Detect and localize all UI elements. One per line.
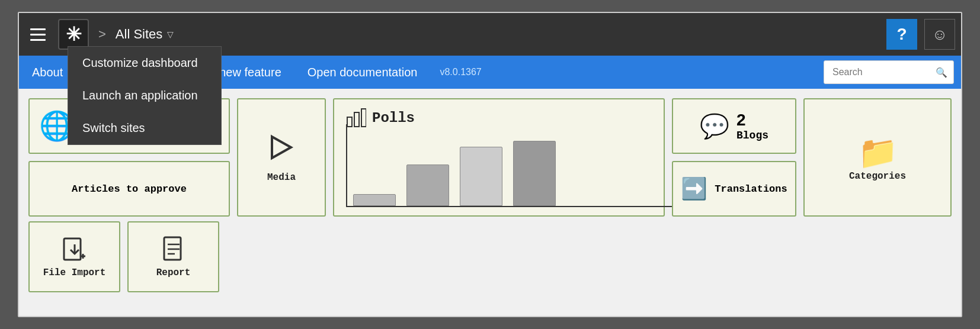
media-tile[interactable]: Media [237,98,326,217]
translations-tile[interactable]: ➡️ Translations [672,161,796,217]
polls-label: Polls [372,110,415,126]
menu-button[interactable] [25,21,51,47]
help-button[interactable]: ? [886,19,917,50]
media-icon [266,132,297,167]
chart-bar [513,141,556,206]
dropdown-item-customize[interactable]: Customize dashboard [68,47,221,79]
main-window: ✳ > All Sites ▽ ? ☺ About How to... ▽ Re… [18,12,962,317]
categories-icon: 📁 [858,134,898,171]
breadcrumb-separator: > [98,27,106,42]
user-icon: ☺ [932,25,948,44]
file-import-label: File Import [43,267,106,278]
categories-label: Categories [849,171,906,182]
right-section: 💬 2 Blogs ➡️ Translations 📁 [672,98,952,217]
customize-dashboard-label: Customize dashboard [82,56,198,69]
articles-tile[interactable]: Articles to approve [28,161,230,217]
articles-label: Articles to approve [72,183,187,195]
tiles-row-bottom: File Import Report [19,221,961,297]
user-button[interactable]: ☺ [924,19,955,50]
site-selector[interactable]: All Sites ▽ [116,27,174,42]
chart-bar [353,194,396,206]
svg-rect-4 [64,238,81,260]
file-import-tile[interactable]: File Import [28,221,120,292]
blogs-count: 2 [736,111,746,130]
svg-marker-0 [272,137,291,158]
media-label: Media [267,172,296,183]
translations-icon: ➡️ [681,176,707,201]
chart-bar [460,147,502,206]
site-title-label: All Sites [116,27,162,42]
logo-button[interactable]: ✳ [58,19,89,50]
categories-tile[interactable]: 📁 Categories [803,98,952,217]
blogs-tile[interactable]: 💬 2 Blogs [672,98,796,154]
right-small-tiles: 💬 2 Blogs ➡️ Translations [672,98,796,217]
site-chevron-icon: ▽ [167,30,174,39]
polls-chart [346,124,675,207]
dropdown-item-switch-sites[interactable]: Switch sites [68,112,221,144]
open-docs-label: Open documentation [308,66,418,79]
help-label: ? [896,25,907,44]
how-to-dropdown: Customize dashboard Launch an applicatio… [68,46,222,145]
nav-open-docs[interactable]: Open documentation [294,56,431,89]
search-input[interactable] [829,64,936,80]
version-label: v8.0.1367 [430,56,491,89]
chart-bar [406,164,449,206]
report-label: Report [156,267,191,278]
report-tile[interactable]: Report [127,221,219,292]
version-text: v8.0.1367 [440,67,481,78]
launch-application-label: Launch an application [82,89,198,102]
switch-sites-label: Switch sites [82,121,145,134]
chart-bars-container [346,124,675,207]
polls-tile[interactable]: Polls [333,98,665,217]
blogs-icon: 💬 [700,112,729,140]
file-import-icon [62,236,88,267]
about-label: About [32,66,63,79]
search-box[interactable]: 🔍 [824,60,954,84]
asterisk-icon: ✳ [66,25,82,44]
search-icon[interactable]: 🔍 [936,67,947,78]
report-icon [161,236,187,267]
blogs-label: Blogs [736,130,768,141]
translations-label: Translations [715,183,787,195]
dropdown-item-launch[interactable]: Launch an application [68,79,221,112]
